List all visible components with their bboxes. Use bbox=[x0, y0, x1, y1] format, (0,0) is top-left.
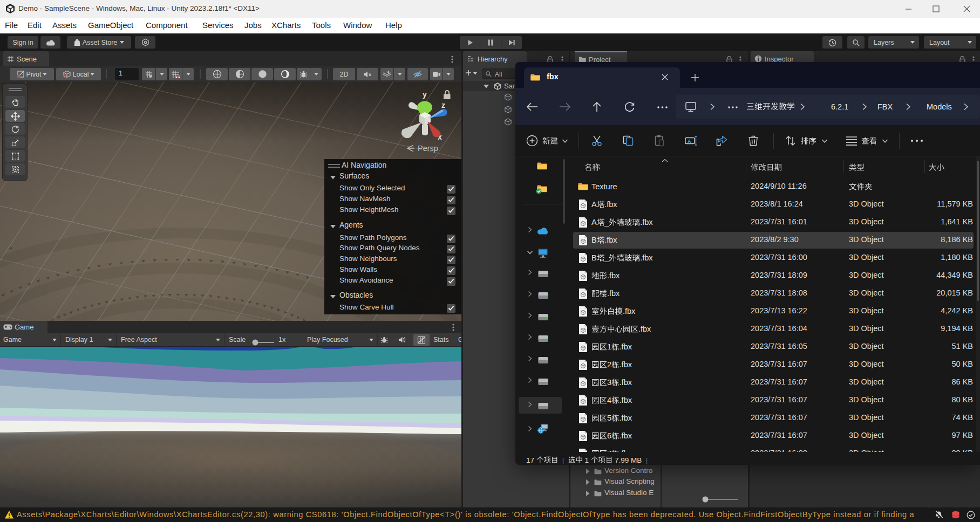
svg-text:Y: Y bbox=[149, 74, 152, 79]
svg-text:z: z bbox=[441, 101, 445, 109]
svg-text:A: A bbox=[688, 139, 691, 144]
svg-text:Persp: Persp bbox=[418, 144, 438, 153]
svg-text:y: y bbox=[423, 90, 427, 99]
